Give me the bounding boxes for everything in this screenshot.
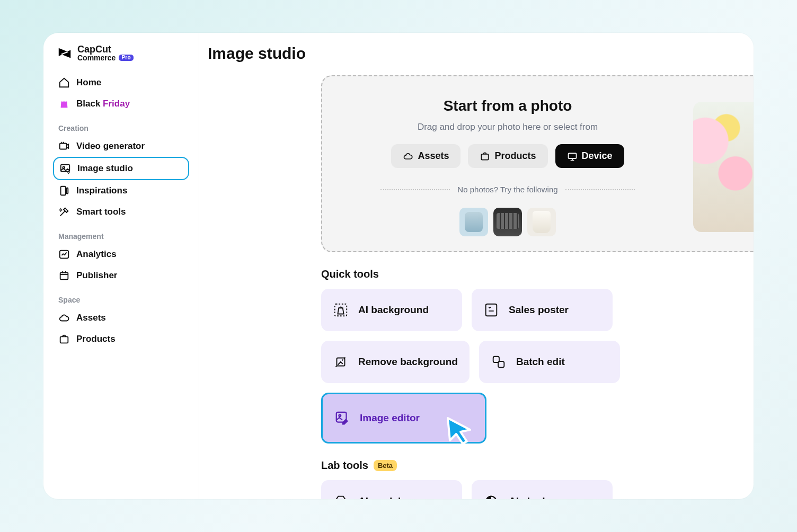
ai-model-icon (333, 493, 349, 499)
svg-rect-4 (67, 188, 68, 194)
sidebar-item-publisher[interactable]: Publisher (53, 265, 189, 286)
hero-preview-image (693, 102, 754, 232)
sidebar-item-label: Publisher (76, 270, 117, 281)
tool-sales-poster[interactable]: Sales poster (472, 289, 613, 331)
device-icon (567, 151, 578, 162)
cloud-icon (403, 151, 413, 162)
button-label: Products (494, 150, 536, 162)
sidebar-item-products[interactable]: Products (53, 329, 189, 350)
divider-line (380, 189, 450, 190)
hero-left: Start from a photo Drag and drop your ph… (322, 97, 693, 236)
section-title-text: Lab tools (321, 459, 368, 472)
sidebar-item-smart-tools[interactable]: Smart tools (53, 201, 189, 223)
sample-photo-3[interactable] (527, 208, 556, 236)
sales-poster-icon (483, 302, 499, 318)
beta-badge: Beta (374, 460, 397, 471)
tool-label: Sales poster (509, 304, 569, 316)
sidebar-item-image-studio[interactable]: Image studio (53, 157, 189, 180)
image-studio-icon (59, 163, 71, 174)
tool-ai-background[interactable]: AI background (321, 289, 462, 331)
sidebar-section-creation: Creation (53, 114, 189, 136)
quick-tools-title: Quick tools (321, 268, 754, 280)
ai-background-icon (333, 302, 349, 318)
shopping-bag-icon (58, 98, 70, 110)
quick-tools-grid: AI background Sales poster Remove backgr… (321, 289, 754, 444)
cloud-icon (58, 312, 70, 324)
capcut-logo-icon (56, 45, 73, 61)
sample-photo-1[interactable] (459, 208, 488, 236)
svg-rect-8 (482, 154, 489, 159)
sidebar-item-assets[interactable]: Assets (53, 307, 189, 329)
black-friday-friday: Friday (103, 99, 130, 109)
image-editor-icon (334, 410, 350, 426)
sidebar-item-label: Video generator (76, 141, 145, 152)
hero-buttons: Assets Products Device (391, 144, 624, 168)
brand-line2: Commerce Pro (77, 54, 134, 61)
analytics-icon (58, 249, 70, 260)
ai-shadows-icon (483, 493, 499, 499)
sidebar-item-black-friday[interactable]: Black Friday (53, 93, 189, 114)
hero-dropzone[interactable]: Start from a photo Drag and drop your ph… (321, 75, 754, 252)
sidebar-item-label: Analytics (76, 249, 117, 260)
page-title: Image studio (208, 45, 754, 63)
tool-image-editor[interactable]: Image editor (321, 393, 486, 444)
brand-text: CapCut Commerce Pro (77, 45, 134, 61)
svg-rect-3 (61, 187, 66, 196)
remove-background-icon (333, 354, 349, 370)
brand: CapCut Commerce Pro (53, 45, 189, 72)
hero-title: Start from a photo (444, 97, 572, 114)
sidebar-item-label: Black Friday (76, 99, 130, 109)
svg-rect-9 (568, 153, 576, 158)
sidebar-section-space: Space (53, 286, 189, 307)
sidebar-item-home[interactable]: Home (53, 72, 189, 93)
tool-remove-background[interactable]: Remove background (321, 341, 470, 383)
no-photos-text: No photos? Try the following (457, 185, 557, 194)
home-icon (58, 77, 70, 88)
cursor-icon (444, 415, 475, 449)
svg-rect-11 (486, 304, 497, 316)
sidebar-item-label: Home (76, 77, 101, 88)
inspirations-icon (58, 185, 70, 197)
device-source-button[interactable]: Device (555, 144, 624, 168)
sidebar-item-label: Assets (76, 313, 106, 323)
tool-label: AI background (358, 304, 429, 316)
tool-label: Remove background (358, 356, 458, 368)
sidebar: CapCut Commerce Pro Home Black Friday (43, 33, 199, 499)
tool-label: Image editor (360, 412, 420, 424)
svg-point-16 (339, 414, 341, 416)
svg-rect-6 (60, 273, 68, 280)
tool-ai-model[interactable]: AI model (321, 480, 462, 499)
tool-batch-edit[interactable]: Batch edit (479, 341, 620, 383)
tool-label: Batch edit (516, 356, 565, 368)
button-label: Assets (418, 150, 449, 162)
svg-rect-0 (60, 144, 67, 149)
black-friday-black: Black (76, 99, 100, 109)
sidebar-item-analytics[interactable]: Analytics (53, 244, 189, 265)
sidebar-item-label: Products (76, 334, 116, 344)
sidebar-section-management: Management (53, 223, 189, 244)
publisher-icon (58, 270, 70, 281)
section-title-text: Quick tools (321, 268, 379, 280)
hero-subtitle: Drag and drop your photo here or select … (418, 122, 598, 132)
sidebar-item-label: Image studio (77, 163, 133, 174)
sidebar-item-video-generator[interactable]: Video generator (53, 136, 189, 157)
products-icon (58, 333, 70, 345)
lab-tools-grid: AI model AI shadows (321, 480, 754, 499)
pro-badge: Pro (119, 55, 134, 61)
products-source-button[interactable]: Products (468, 144, 547, 168)
tool-label: AI shadows (509, 495, 565, 499)
tool-ai-shadows[interactable]: AI shadows (472, 480, 613, 499)
content: Start from a photo Drag and drop your ph… (199, 75, 754, 499)
brand-line1: CapCut (77, 45, 134, 54)
smart-tools-icon (58, 206, 70, 218)
sidebar-item-inspirations[interactable]: Inspirations (53, 180, 189, 201)
svg-rect-7 (60, 336, 68, 343)
video-generator-icon (58, 140, 70, 152)
button-label: Device (582, 150, 613, 162)
assets-source-button[interactable]: Assets (391, 144, 461, 168)
brand-line2-text: Commerce (77, 54, 116, 61)
sidebar-item-label: Smart tools (76, 207, 126, 217)
sample-photo-2[interactable] (493, 208, 522, 236)
sample-photos (459, 208, 556, 236)
batch-edit-icon (491, 354, 507, 370)
